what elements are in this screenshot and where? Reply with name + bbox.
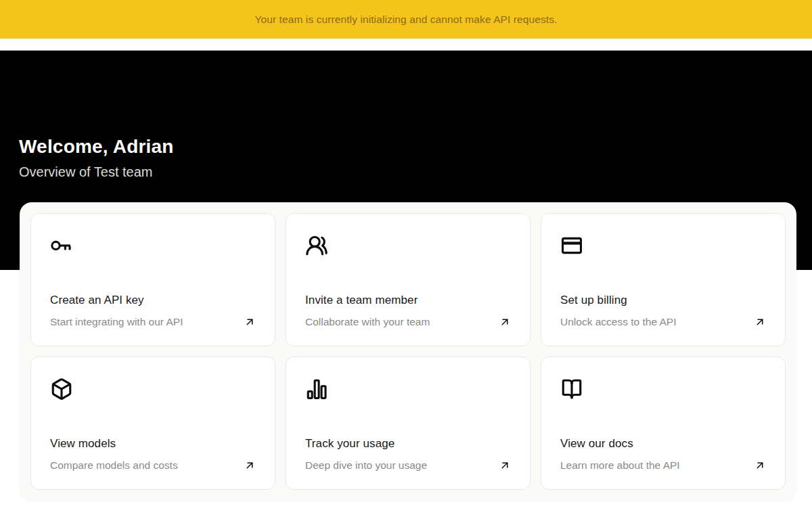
card-subtitle: Collaborate with your team	[305, 316, 430, 328]
team-initializing-banner: Your team is currently initializing and …	[0, 0, 812, 39]
users-icon	[305, 234, 328, 257]
card-title: View our docs	[560, 437, 766, 451]
credit-card-icon	[560, 234, 583, 257]
quickstart-panel: Create an API key Start integrating with…	[20, 202, 796, 501]
card-subtitle: Unlock access to the API	[560, 316, 676, 328]
card-set-up-billing[interactable]: Set up billing Unlock access to the API	[541, 213, 786, 346]
quickstart-grid: Create an API key Start integrating with…	[30, 213, 786, 490]
card-track-usage[interactable]: Track your usage Deep dive into your usa…	[286, 357, 531, 490]
book-open-icon	[560, 378, 583, 401]
card-subtitle: Start integrating with our API	[50, 316, 183, 328]
card-invite-team-member[interactable]: Invite a team member Collaborate with yo…	[286, 213, 531, 346]
card-title: Create an API key	[50, 294, 256, 307]
arrow-up-right-icon	[499, 459, 511, 472]
team-overview-subheading: Overview of Test team	[19, 164, 793, 180]
card-subtitle: Learn more about the API	[560, 459, 680, 472]
arrow-up-right-icon	[754, 316, 766, 328]
card-create-api-key[interactable]: Create an API key Start integrating with…	[30, 213, 275, 346]
welcome-heading: Welcome, Adrian	[19, 136, 793, 158]
card-subtitle: Compare models and costs	[50, 459, 178, 472]
banner-message: Your team is currently initializing and …	[254, 14, 557, 26]
key-icon	[50, 234, 73, 257]
card-subtitle: Deep dive into your usage	[305, 459, 427, 472]
arrow-up-right-icon	[499, 316, 511, 328]
top-divider-strip	[0, 39, 812, 51]
card-view-models[interactable]: View models Compare models and costs	[30, 357, 275, 490]
cube-icon	[50, 378, 73, 401]
arrow-up-right-icon	[244, 459, 256, 472]
card-view-docs[interactable]: View our docs Learn more about the API	[541, 357, 786, 490]
card-title: Set up billing	[560, 294, 766, 307]
card-title: View models	[50, 437, 256, 451]
arrow-up-right-icon	[754, 459, 766, 472]
card-title: Track your usage	[305, 437, 511, 451]
card-title: Invite a team member	[305, 294, 511, 307]
bar-chart-icon	[305, 378, 328, 401]
arrow-up-right-icon	[244, 316, 256, 328]
